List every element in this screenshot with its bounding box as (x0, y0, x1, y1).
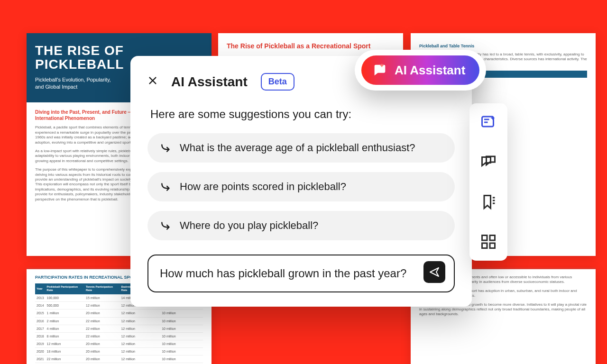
svg-rect-6 (482, 236, 487, 241)
chat-bubbles-icon (480, 154, 497, 171)
doc-hero-subtitle: Pickleball's Evolution, Popularity, and … (35, 76, 116, 91)
grid-icon (480, 233, 497, 250)
suggestion-chip[interactable]: Where do you play pickleball? (147, 211, 455, 240)
sparkle-chat-icon (372, 62, 388, 78)
svg-rect-7 (490, 236, 495, 241)
svg-rect-8 (482, 243, 487, 248)
bookmarks-button[interactable] (479, 192, 498, 211)
table-row: 202122 million20 million12 million10 mil… (35, 355, 203, 363)
suggestion-text: Where do you play pickleball? (180, 219, 318, 232)
doc3-title: Pickleball and Table Tennis (419, 44, 587, 49)
close-icon (147, 75, 158, 86)
sparkle-note-icon (480, 114, 497, 131)
table-row: 202018 million20 million12 million10 mil… (35, 347, 203, 355)
suggestion-chip[interactable]: What is the average age of a pickleball … (147, 133, 455, 163)
right-toolbar (469, 103, 507, 261)
ai-assistant-launch-wrap: AI Assistant (355, 50, 486, 91)
doc2-title: The Rise of Pickleball as a Recreational… (227, 42, 395, 50)
table-row: 20188 million22 million12 million10 mill… (35, 332, 203, 340)
close-button[interactable] (147, 74, 158, 89)
arrow-reply-icon (160, 181, 172, 193)
panel-title: AI Assistant (171, 74, 248, 90)
arrow-reply-icon (160, 142, 172, 154)
suggestion-text: How are points scored in pickleball? (180, 181, 346, 193)
ai-assistant-button-label: AI Assistant (395, 63, 465, 78)
ai-assistant-panel: AI Assistant Beta Here are some suggesti… (130, 56, 472, 307)
ai-panel-toggle-button[interactable] (479, 113, 498, 132)
question-input[interactable]: How much has pickleball grown in the pas… (147, 255, 455, 292)
ai-assistant-button[interactable]: AI Assistant (361, 55, 479, 85)
suggestions-intro: Here are some suggestions you can try: (147, 108, 455, 121)
suggestion-chip[interactable]: How are points scored in pickleball? (147, 172, 455, 201)
beta-badge: Beta (261, 73, 294, 91)
suggestion-text: What is the average age of a pickleball … (180, 142, 415, 154)
arrow-reply-icon (160, 219, 172, 232)
send-icon (429, 266, 440, 278)
svg-rect-9 (490, 243, 495, 248)
table-row: 20174 million22 million12 million10 mill… (35, 325, 203, 332)
table-row: 20162 million22 million12 million10 mill… (35, 317, 203, 325)
thumbnails-button[interactable] (479, 232, 498, 251)
table-row: 201912 million20 million12 million10 mil… (35, 340, 203, 347)
send-button[interactable] (423, 261, 445, 283)
table-row: 20151 million20 million12 million10 mill… (35, 309, 203, 317)
comments-button[interactable] (479, 153, 498, 172)
question-input-text: How much has pickleball grown in the pas… (160, 266, 416, 281)
bookmark-icon (480, 193, 497, 210)
